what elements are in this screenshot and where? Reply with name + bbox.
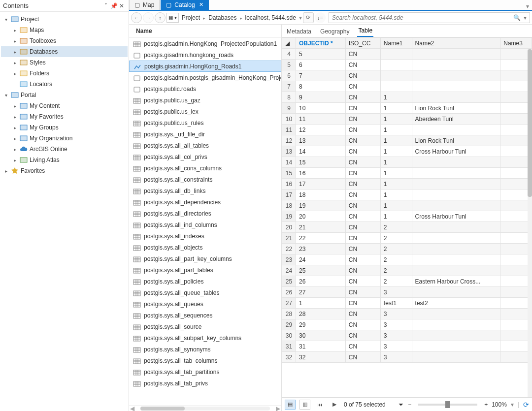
cell[interactable]: 27 bbox=[296, 287, 346, 298]
catalog-item[interactable]: postgis.sys.all_ind_columns bbox=[129, 219, 281, 230]
breadcrumb-segment[interactable]: Project bbox=[180, 14, 202, 21]
cell[interactable]: CN bbox=[345, 190, 380, 200]
tree-item-my-favorites[interactable]: ▸My Favorites bbox=[1, 111, 128, 122]
cell[interactable]: CN bbox=[345, 114, 380, 125]
cell[interactable] bbox=[412, 265, 500, 276]
caret-icon[interactable]: ▸ bbox=[12, 49, 18, 55]
cell[interactable]: 9 bbox=[282, 103, 296, 114]
catalog-item[interactable]: postgis.public.us_rules bbox=[129, 117, 281, 128]
tree-item-styles[interactable]: ▸Styles bbox=[1, 57, 128, 68]
cell[interactable]: 8 bbox=[296, 81, 346, 92]
cell[interactable]: 2 bbox=[380, 244, 412, 254]
cell[interactable] bbox=[412, 190, 500, 200]
cell[interactable]: 9 bbox=[296, 92, 346, 103]
cell[interactable]: 1 bbox=[380, 190, 412, 200]
cell[interactable]: CN bbox=[345, 70, 380, 81]
cell[interactable]: 2 bbox=[380, 254, 412, 265]
table-row[interactable]: 2223CN2 bbox=[282, 244, 532, 254]
catalog-item[interactable]: postgis.sys.all_policies bbox=[129, 276, 281, 287]
cell[interactable]: 19 bbox=[296, 200, 346, 211]
table-row[interactable]: 1112CN1 bbox=[282, 125, 532, 135]
table-row[interactable]: 3131CN3 bbox=[282, 341, 532, 352]
table-row[interactable]: 3030CN3 bbox=[282, 330, 532, 341]
cell[interactable] bbox=[412, 330, 500, 341]
catalog-item[interactable]: postgis.sys.all_sequences bbox=[129, 310, 281, 321]
cell[interactable]: 29 bbox=[296, 319, 346, 330]
catalog-item[interactable]: postgis.sys.all_db_links bbox=[129, 185, 281, 196]
column-header[interactable]: ◢ bbox=[282, 38, 296, 49]
table-row[interactable]: 2526CN2Eastern Harbour Cross... bbox=[282, 276, 532, 287]
cell[interactable] bbox=[500, 146, 532, 157]
zoom-slider[interactable] bbox=[418, 404, 477, 406]
cell[interactable]: 3 bbox=[380, 319, 412, 330]
cell[interactable] bbox=[500, 276, 532, 287]
cell[interactable] bbox=[500, 330, 532, 341]
tab-menu-icon[interactable]: ▾ bbox=[523, 3, 532, 10]
caret-icon[interactable]: ▸ bbox=[3, 168, 9, 174]
table-row[interactable]: 1314CN1Cross Harbour Tunl bbox=[282, 146, 532, 157]
cell[interactable] bbox=[380, 70, 412, 81]
cell[interactable] bbox=[500, 319, 532, 330]
cell[interactable] bbox=[500, 200, 532, 211]
cell[interactable] bbox=[500, 92, 532, 103]
cell[interactable]: 14 bbox=[296, 146, 346, 157]
caret-icon[interactable]: ▸ bbox=[12, 147, 18, 152]
up-button[interactable]: ↑ bbox=[155, 12, 166, 23]
cell[interactable]: CN bbox=[345, 49, 380, 60]
cell[interactable]: 30 bbox=[296, 330, 346, 341]
cell[interactable]: 7 bbox=[296, 70, 346, 81]
cell[interactable]: 3 bbox=[380, 309, 412, 319]
attribute-table[interactable]: ◢OBJECTID *ISO_CCName1Name2Name345CN56CN… bbox=[282, 37, 532, 363]
pin-icon[interactable]: 📌 bbox=[110, 2, 118, 9]
forward-button[interactable]: → bbox=[143, 12, 154, 23]
zoom-in-button[interactable]: + bbox=[484, 401, 488, 408]
cell[interactable]: 17 bbox=[282, 190, 296, 200]
cell[interactable]: 6 bbox=[282, 70, 296, 81]
cell[interactable]: 31 bbox=[296, 341, 346, 352]
table-row[interactable]: 2425CN2 bbox=[282, 265, 532, 276]
cell[interactable]: 23 bbox=[296, 244, 346, 254]
cell[interactable]: CN bbox=[345, 341, 380, 352]
cell[interactable]: 23 bbox=[282, 254, 296, 265]
cell[interactable]: 26 bbox=[282, 287, 296, 298]
catalog-item[interactable]: postgis.public.us_lex bbox=[129, 106, 281, 117]
cell[interactable]: 2 bbox=[380, 265, 412, 276]
cell[interactable]: 1 bbox=[380, 211, 412, 222]
cell[interactable] bbox=[412, 244, 500, 254]
cell[interactable] bbox=[500, 341, 532, 352]
cell[interactable]: 30 bbox=[282, 330, 296, 341]
cell[interactable]: 1 bbox=[380, 168, 412, 179]
caret-icon[interactable]: ▸ bbox=[12, 60, 18, 65]
caret-icon[interactable]: ▸ bbox=[12, 114, 18, 120]
cell[interactable]: CN bbox=[345, 157, 380, 168]
catalog-item[interactable]: postgis.sys.all_subpart_key_columns bbox=[129, 332, 281, 344]
cell[interactable]: Cross Harbour Tunl bbox=[412, 146, 500, 157]
cell[interactable]: 1 bbox=[380, 157, 412, 168]
cell[interactable]: 25 bbox=[282, 276, 296, 287]
close-icon[interactable]: ✕ bbox=[118, 2, 126, 9]
cell[interactable]: 8 bbox=[282, 92, 296, 103]
show-all-records-button[interactable]: ▤ bbox=[285, 400, 296, 410]
first-record-button[interactable]: ⏮ bbox=[314, 400, 325, 410]
cell[interactable] bbox=[412, 352, 500, 363]
catalog-item[interactable]: postgis.sys._utl_file_dir bbox=[129, 128, 281, 140]
detail-tab-metadata[interactable]: Metadata bbox=[286, 26, 312, 37]
cell[interactable] bbox=[412, 168, 500, 179]
cell[interactable] bbox=[412, 309, 500, 319]
column-header[interactable]: Name3 bbox=[500, 38, 532, 49]
tab-map[interactable]: ▢Map bbox=[129, 0, 160, 10]
cell[interactable]: 1 bbox=[380, 125, 412, 135]
table-row[interactable]: 1617CN1 bbox=[282, 179, 532, 190]
horizontal-scrollbar[interactable]: ◀ ▶ bbox=[129, 405, 281, 411]
cell[interactable]: 2 bbox=[380, 233, 412, 244]
cell[interactable] bbox=[500, 211, 532, 222]
cell[interactable]: CN bbox=[345, 233, 380, 244]
cell[interactable]: 1 bbox=[380, 146, 412, 157]
tree-item-maps[interactable]: ▸Maps bbox=[1, 25, 128, 35]
tree-item-living-atlas[interactable]: ▸Living Atlas bbox=[1, 155, 128, 165]
cell[interactable]: 25 bbox=[296, 265, 346, 276]
cell[interactable]: 20 bbox=[282, 222, 296, 233]
catalog-item[interactable]: postgis.gisadmin.hongkong_roads bbox=[129, 49, 281, 61]
cell[interactable]: CN bbox=[345, 125, 380, 135]
cell[interactable]: 28 bbox=[296, 309, 346, 319]
